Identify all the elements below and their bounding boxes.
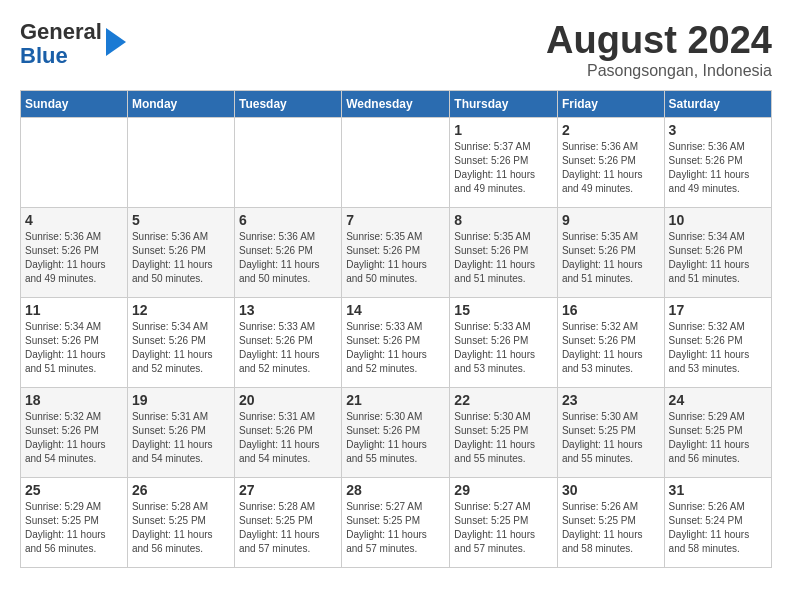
calendar-cell: 25Sunrise: 5:29 AM Sunset: 5:25 PM Dayli… <box>21 477 128 567</box>
weekday-header-friday: Friday <box>557 90 664 117</box>
weekday-header-tuesday: Tuesday <box>235 90 342 117</box>
calendar-cell: 7Sunrise: 5:35 AM Sunset: 5:26 PM Daylig… <box>342 207 450 297</box>
day-info: Sunrise: 5:35 AM Sunset: 5:26 PM Dayligh… <box>454 230 553 286</box>
calendar-cell: 28Sunrise: 5:27 AM Sunset: 5:25 PM Dayli… <box>342 477 450 567</box>
day-info: Sunrise: 5:33 AM Sunset: 5:26 PM Dayligh… <box>239 320 337 376</box>
day-info: Sunrise: 5:30 AM Sunset: 5:25 PM Dayligh… <box>562 410 660 466</box>
day-number: 20 <box>239 392 337 408</box>
location-title: Pasongsongan, Indonesia <box>546 62 772 80</box>
day-number: 5 <box>132 212 230 228</box>
weekday-header-saturday: Saturday <box>664 90 771 117</box>
page-header: General Blue August 2024 Pasongsongan, I… <box>20 20 772 80</box>
day-info: Sunrise: 5:36 AM Sunset: 5:26 PM Dayligh… <box>562 140 660 196</box>
day-info: Sunrise: 5:28 AM Sunset: 5:25 PM Dayligh… <box>132 500 230 556</box>
day-number: 8 <box>454 212 553 228</box>
day-number: 1 <box>454 122 553 138</box>
calendar-cell: 6Sunrise: 5:36 AM Sunset: 5:26 PM Daylig… <box>235 207 342 297</box>
day-number: 11 <box>25 302 123 318</box>
day-number: 16 <box>562 302 660 318</box>
day-number: 30 <box>562 482 660 498</box>
calendar-cell: 12Sunrise: 5:34 AM Sunset: 5:26 PM Dayli… <box>127 297 234 387</box>
day-info: Sunrise: 5:29 AM Sunset: 5:25 PM Dayligh… <box>25 500 123 556</box>
day-number: 25 <box>25 482 123 498</box>
day-number: 17 <box>669 302 767 318</box>
day-number: 3 <box>669 122 767 138</box>
calendar-cell: 24Sunrise: 5:29 AM Sunset: 5:25 PM Dayli… <box>664 387 771 477</box>
day-number: 2 <box>562 122 660 138</box>
calendar-cell: 8Sunrise: 5:35 AM Sunset: 5:26 PM Daylig… <box>450 207 558 297</box>
weekday-header-wednesday: Wednesday <box>342 90 450 117</box>
day-info: Sunrise: 5:29 AM Sunset: 5:25 PM Dayligh… <box>669 410 767 466</box>
day-info: Sunrise: 5:34 AM Sunset: 5:26 PM Dayligh… <box>132 320 230 376</box>
calendar-cell: 11Sunrise: 5:34 AM Sunset: 5:26 PM Dayli… <box>21 297 128 387</box>
calendar-cell: 27Sunrise: 5:28 AM Sunset: 5:25 PM Dayli… <box>235 477 342 567</box>
calendar-cell: 13Sunrise: 5:33 AM Sunset: 5:26 PM Dayli… <box>235 297 342 387</box>
day-number: 29 <box>454 482 553 498</box>
calendar-week-row: 1Sunrise: 5:37 AM Sunset: 5:26 PM Daylig… <box>21 117 772 207</box>
day-number: 13 <box>239 302 337 318</box>
day-info: Sunrise: 5:33 AM Sunset: 5:26 PM Dayligh… <box>346 320 445 376</box>
day-number: 12 <box>132 302 230 318</box>
day-info: Sunrise: 5:36 AM Sunset: 5:26 PM Dayligh… <box>239 230 337 286</box>
calendar-table: SundayMondayTuesdayWednesdayThursdayFrid… <box>20 90 772 568</box>
calendar-cell: 30Sunrise: 5:26 AM Sunset: 5:25 PM Dayli… <box>557 477 664 567</box>
day-info: Sunrise: 5:26 AM Sunset: 5:24 PM Dayligh… <box>669 500 767 556</box>
day-number: 15 <box>454 302 553 318</box>
day-info: Sunrise: 5:31 AM Sunset: 5:26 PM Dayligh… <box>239 410 337 466</box>
calendar-cell: 10Sunrise: 5:34 AM Sunset: 5:26 PM Dayli… <box>664 207 771 297</box>
day-info: Sunrise: 5:34 AM Sunset: 5:26 PM Dayligh… <box>25 320 123 376</box>
calendar-cell: 19Sunrise: 5:31 AM Sunset: 5:26 PM Dayli… <box>127 387 234 477</box>
calendar-cell: 2Sunrise: 5:36 AM Sunset: 5:26 PM Daylig… <box>557 117 664 207</box>
calendar-cell: 1Sunrise: 5:37 AM Sunset: 5:26 PM Daylig… <box>450 117 558 207</box>
day-info: Sunrise: 5:27 AM Sunset: 5:25 PM Dayligh… <box>454 500 553 556</box>
calendar-cell <box>21 117 128 207</box>
day-number: 18 <box>25 392 123 408</box>
logo-blue: Blue <box>20 44 102 68</box>
calendar-cell <box>342 117 450 207</box>
calendar-cell: 31Sunrise: 5:26 AM Sunset: 5:24 PM Dayli… <box>664 477 771 567</box>
calendar-cell: 9Sunrise: 5:35 AM Sunset: 5:26 PM Daylig… <box>557 207 664 297</box>
day-info: Sunrise: 5:30 AM Sunset: 5:25 PM Dayligh… <box>454 410 553 466</box>
logo-general: General <box>20 20 102 44</box>
day-info: Sunrise: 5:26 AM Sunset: 5:25 PM Dayligh… <box>562 500 660 556</box>
weekday-header-thursday: Thursday <box>450 90 558 117</box>
calendar-cell: 5Sunrise: 5:36 AM Sunset: 5:26 PM Daylig… <box>127 207 234 297</box>
calendar-cell: 3Sunrise: 5:36 AM Sunset: 5:26 PM Daylig… <box>664 117 771 207</box>
day-number: 26 <box>132 482 230 498</box>
calendar-cell: 15Sunrise: 5:33 AM Sunset: 5:26 PM Dayli… <box>450 297 558 387</box>
day-number: 31 <box>669 482 767 498</box>
calendar-cell: 4Sunrise: 5:36 AM Sunset: 5:26 PM Daylig… <box>21 207 128 297</box>
day-info: Sunrise: 5:32 AM Sunset: 5:26 PM Dayligh… <box>562 320 660 376</box>
day-number: 22 <box>454 392 553 408</box>
month-title: August 2024 <box>546 20 772 62</box>
day-number: 27 <box>239 482 337 498</box>
day-number: 7 <box>346 212 445 228</box>
title-area: August 2024 Pasongsongan, Indonesia <box>546 20 772 80</box>
weekday-header-row: SundayMondayTuesdayWednesdayThursdayFrid… <box>21 90 772 117</box>
calendar-cell: 18Sunrise: 5:32 AM Sunset: 5:26 PM Dayli… <box>21 387 128 477</box>
calendar-cell: 22Sunrise: 5:30 AM Sunset: 5:25 PM Dayli… <box>450 387 558 477</box>
calendar-cell: 23Sunrise: 5:30 AM Sunset: 5:25 PM Dayli… <box>557 387 664 477</box>
day-info: Sunrise: 5:35 AM Sunset: 5:26 PM Dayligh… <box>346 230 445 286</box>
day-number: 23 <box>562 392 660 408</box>
day-info: Sunrise: 5:32 AM Sunset: 5:26 PM Dayligh… <box>25 410 123 466</box>
day-number: 6 <box>239 212 337 228</box>
calendar-cell <box>235 117 342 207</box>
day-info: Sunrise: 5:35 AM Sunset: 5:26 PM Dayligh… <box>562 230 660 286</box>
day-info: Sunrise: 5:36 AM Sunset: 5:26 PM Dayligh… <box>25 230 123 286</box>
day-number: 28 <box>346 482 445 498</box>
calendar-cell: 29Sunrise: 5:27 AM Sunset: 5:25 PM Dayli… <box>450 477 558 567</box>
day-number: 4 <box>25 212 123 228</box>
day-number: 10 <box>669 212 767 228</box>
calendar-week-row: 18Sunrise: 5:32 AM Sunset: 5:26 PM Dayli… <box>21 387 772 477</box>
day-info: Sunrise: 5:27 AM Sunset: 5:25 PM Dayligh… <box>346 500 445 556</box>
day-info: Sunrise: 5:33 AM Sunset: 5:26 PM Dayligh… <box>454 320 553 376</box>
day-info: Sunrise: 5:34 AM Sunset: 5:26 PM Dayligh… <box>669 230 767 286</box>
calendar-week-row: 11Sunrise: 5:34 AM Sunset: 5:26 PM Dayli… <box>21 297 772 387</box>
calendar-cell: 20Sunrise: 5:31 AM Sunset: 5:26 PM Dayli… <box>235 387 342 477</box>
calendar-week-row: 4Sunrise: 5:36 AM Sunset: 5:26 PM Daylig… <box>21 207 772 297</box>
calendar-cell <box>127 117 234 207</box>
calendar-cell: 16Sunrise: 5:32 AM Sunset: 5:26 PM Dayli… <box>557 297 664 387</box>
day-number: 19 <box>132 392 230 408</box>
calendar-cell: 26Sunrise: 5:28 AM Sunset: 5:25 PM Dayli… <box>127 477 234 567</box>
